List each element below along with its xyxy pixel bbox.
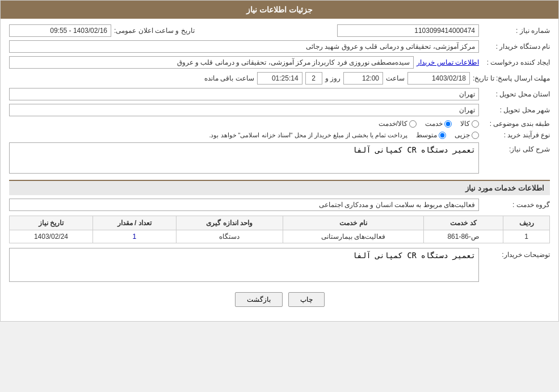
- noe-option-jozii: جزیی: [455, 131, 479, 139]
- sharh-niaz-textarea[interactable]: تعمیر دستگاه CR کمپانی آلفا: [9, 142, 479, 174]
- noe-radio-motavasset[interactable]: [439, 132, 446, 139]
- bazgasht-button[interactable]: بازگشت: [235, 292, 283, 307]
- col-kod: کد خدمت: [424, 216, 503, 230]
- mohlat-remaining-value: 01:25:14: [257, 72, 302, 85]
- cell-tarikh: 1403/02/24: [10, 230, 93, 243]
- nam-dastgah-value: مرکز آموزشی، تحقیقاتی و درمانی قلب و عرو…: [9, 40, 479, 53]
- col-vahed: واحد اندازه گیری: [176, 216, 283, 230]
- col-tarikh: تاریخ نیاز: [10, 216, 93, 230]
- mohlat-row: مهلت ارسال پاسخ: تا تاریخ: 1403/02/18 سا…: [9, 72, 550, 85]
- grohe-khedmat-value: فعالیت‌های مربوط به سلامت انسان و مددکار…: [9, 199, 479, 211]
- grohe-khedmat-row: گروه خدمت : فعالیت‌های مربوط به سلامت ان…: [9, 199, 550, 211]
- cell-vahed: دستگاه: [176, 230, 283, 243]
- page-header: جزئیات اطلاعات نیاز: [1, 1, 558, 19]
- cell-radif: 1: [503, 230, 550, 243]
- nam-dastgah-label: نام دستگاه خریدار :: [482, 43, 550, 50]
- chap-button[interactable]: چاپ: [288, 292, 325, 307]
- col-tedad: تعداد / مقدار: [93, 216, 176, 230]
- button-row: چاپ بازگشت: [9, 292, 550, 307]
- noe-radio-jozii[interactable]: [472, 132, 479, 139]
- ijad-konande-value: سیده‌مصطفی نوروزی فرد کاربرداز مرکز آموز…: [9, 56, 414, 69]
- cell-tedad: 1: [93, 230, 176, 243]
- tabaqe-radio-kala[interactable]: [472, 120, 479, 128]
- tabaqe-kala-khedmat-label: کالا/خدمت: [379, 120, 407, 128]
- shahr-label: شهر محل تحویل :: [482, 106, 550, 114]
- tozi-label: توضیحات خریدار:: [482, 248, 550, 259]
- tabaqe-row: طبقه بندی موضوعی : کالا خدمت کالا/خدمت: [9, 120, 550, 128]
- ijad-konande-link[interactable]: اطلاعات تماس خریدار: [417, 58, 479, 66]
- ijad-konande-label: ایجاد کننده درخواست :: [482, 58, 550, 66]
- tabaqe-kala-label: کالا: [460, 120, 470, 128]
- sharh-niaz-container: تعمیر دستگاه CR کمپانی آلفا: [9, 142, 479, 175]
- shahr-row: شهر محل تحویل : تهران: [9, 104, 550, 116]
- noe-radio-group: جزیی متوسط: [416, 131, 479, 139]
- tabaqe-radio-kala-khedmat[interactable]: [409, 120, 417, 128]
- ijad-konande-row: ایجاد کننده درخواست : اطلاعات تماس خریدا…: [9, 56, 550, 69]
- mohlat-roz-value: 2: [305, 72, 322, 85]
- mohlat-date: 1403/02/18: [407, 72, 470, 85]
- mohlat-saat-value: 12:00: [343, 72, 383, 85]
- mohlat-remaining-label: ساعت باقی مانده: [204, 74, 254, 82]
- ostan-value: تهران: [9, 88, 479, 100]
- noe-row: نوع فرآیند خرید : جزیی متوسط پرداخت تمام…: [9, 131, 550, 139]
- services-section-title: اطلاعات خدمات مورد نیاز: [9, 180, 550, 195]
- mohlat-roz-label: روز و: [325, 74, 341, 82]
- sharh-niaz-row: شرح کلی نیاز: تعمیر دستگاه CR کمپانی آلف…: [9, 142, 550, 175]
- shomara-niaz-value: 1103099414000474: [337, 24, 479, 37]
- col-radif: ردیف: [503, 216, 550, 230]
- shomara-niaz-label: شماره نیاز :: [482, 27, 550, 35]
- ostan-label: استان محل تحویل :: [482, 90, 550, 98]
- tozi-textarea[interactable]: تعمیر دستگاه CR کمپانی آلفا: [9, 248, 479, 282]
- tabaqe-radio-group: کالا خدمت کالا/خدمت: [379, 120, 479, 128]
- tabaqe-label: طبقه بندی موضوعی :: [482, 120, 550, 128]
- mohlat-saat-label: ساعت: [386, 74, 405, 82]
- tabaqe-radio-khedmat[interactable]: [444, 120, 452, 128]
- page-title: جزئیات اطلاعات نیاز: [246, 5, 313, 14]
- ostan-row: استان محل تحویل : تهران: [9, 88, 550, 100]
- tozi-row: توضیحات خریدار: تعمیر دستگاه CR کمپانی آ…: [9, 248, 550, 284]
- cell-kod: ص-86-861: [424, 230, 503, 243]
- nam-dastgah-row: نام دستگاه خریدار : مرکز آموزشی، تحقیقات…: [9, 40, 550, 53]
- sharh-niaz-label: شرح کلی نیاز:: [482, 142, 550, 153]
- tarikh-label: تاریخ و ساعت اعلان عمومی:: [114, 27, 195, 35]
- shomara-niaz-row: شماره نیاز : 1103099414000474 تاریخ و سا…: [9, 24, 550, 37]
- tabaqe-khedmat-label: خدمت: [425, 120, 443, 128]
- col-nam: نام خدمت: [283, 216, 423, 230]
- noe-label: نوع فرآیند خرید :: [482, 131, 550, 139]
- noe-option-motavasset: متوسط: [416, 131, 446, 139]
- table-row: 1 ص-86-861 فعالیت‌های بیمارستانی دستگاه …: [10, 230, 550, 243]
- grohe-khedmat-label: گروه خدمت :: [482, 201, 550, 209]
- tabaqe-option-kala: کالا: [460, 120, 479, 128]
- noe-jozii-label: جزیی: [455, 131, 470, 139]
- mohlat-label: مهلت ارسال پاسخ: تا تاریخ:: [473, 74, 550, 82]
- noe-desc: پرداخت تمام یا بخشی از مبلغ خریدار از مح…: [9, 132, 407, 139]
- shahr-value: تهران: [9, 104, 479, 116]
- tabaqe-option-kala-khedmat: کالا/خدمت: [379, 120, 417, 128]
- tabaqe-option-khedmat: خدمت: [425, 120, 452, 128]
- tozi-container: تعمیر دستگاه CR کمپانی آلفا: [9, 248, 479, 284]
- table-header-row: ردیف کد خدمت نام خدمت واحد اندازه گیری ت…: [10, 216, 550, 230]
- tarikh-value: 1403/02/16 - 09:55: [9, 24, 111, 37]
- cell-nam: فعالیت‌های بیمارستانی: [283, 230, 423, 243]
- noe-motavasset-label: متوسط: [416, 131, 437, 139]
- services-table: ردیف کد خدمت نام خدمت واحد اندازه گیری ت…: [9, 216, 550, 243]
